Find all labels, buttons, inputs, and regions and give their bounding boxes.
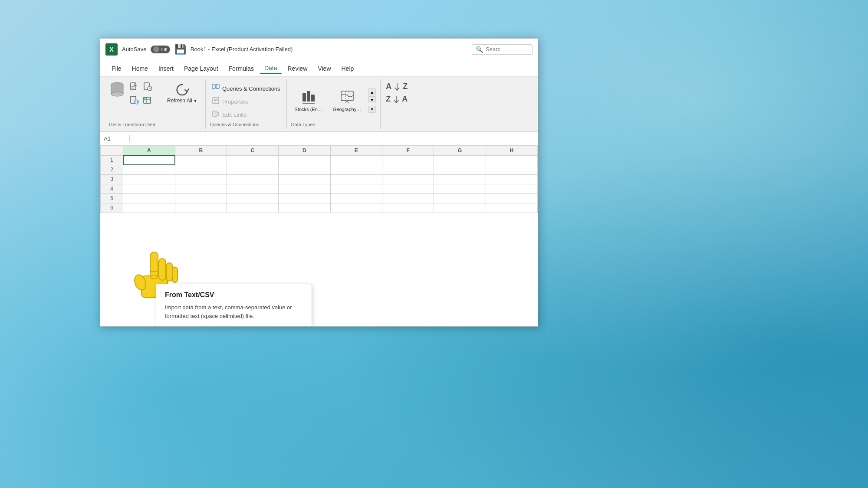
- menu-formulas[interactable]: Formulas: [224, 63, 258, 74]
- qc-icon: [212, 84, 220, 93]
- cell-a6[interactable]: [123, 203, 175, 213]
- geography-icon: [339, 89, 355, 105]
- menu-file[interactable]: File: [107, 63, 126, 74]
- expand-button[interactable]: ▼: [368, 106, 376, 113]
- cell-a3[interactable]: [123, 174, 175, 184]
- from-table-range-button[interactable]: [141, 95, 154, 107]
- cell-h1[interactable]: [486, 155, 537, 165]
- svg-rect-44: [172, 267, 178, 282]
- cell-g3[interactable]: [434, 174, 486, 184]
- search-input[interactable]: [486, 46, 525, 52]
- search-box[interactable]: 🔍: [472, 44, 533, 55]
- row-num-6: 6: [101, 203, 123, 213]
- queries-connections-button[interactable]: Queries & Connections: [210, 83, 282, 94]
- cell-d4[interactable]: [279, 184, 330, 193]
- save-button[interactable]: 💾: [174, 44, 186, 55]
- from-web-button[interactable]: [128, 95, 140, 107]
- cell-c1[interactable]: [227, 155, 278, 165]
- cell-f4[interactable]: [382, 184, 434, 193]
- menu-home[interactable]: Home: [128, 63, 152, 74]
- get-transform-icons: [109, 81, 155, 120]
- menu-help[interactable]: Help: [337, 63, 358, 74]
- small-icons-grid: [128, 81, 154, 107]
- cell-f1[interactable]: [382, 155, 434, 165]
- col-header-b[interactable]: B: [175, 146, 227, 156]
- cell-f3[interactable]: [382, 174, 434, 184]
- menu-page-layout[interactable]: Page Layout: [180, 63, 223, 74]
- cell-g1[interactable]: [434, 155, 486, 165]
- cell-e5[interactable]: [330, 193, 382, 203]
- col-header-c[interactable]: C: [227, 146, 278, 156]
- cell-h4[interactable]: [486, 184, 537, 193]
- data-types-group: Stocks (En… Geography…: [287, 79, 381, 129]
- menu-data[interactable]: Data: [260, 63, 282, 74]
- edit-links-button[interactable]: Edit Links: [210, 109, 282, 120]
- cell-b1[interactable]: [175, 155, 227, 165]
- cell-a5[interactable]: [123, 193, 175, 203]
- tooltip-description: Import data from a text, comma-separated…: [165, 303, 303, 320]
- col-header-g[interactable]: G: [434, 146, 486, 156]
- cell-c5[interactable]: [227, 193, 278, 203]
- cell-h3[interactable]: [486, 174, 537, 184]
- cell-d6[interactable]: [279, 203, 330, 213]
- from-text-csv-button[interactable]: [128, 81, 140, 93]
- cell-e1[interactable]: [330, 155, 382, 165]
- scroll-down-button[interactable]: ▼: [368, 96, 376, 103]
- cell-f5[interactable]: [382, 193, 434, 203]
- cell-e2[interactable]: [330, 165, 382, 174]
- scroll-up-button[interactable]: ▲: [368, 88, 376, 95]
- cell-d1[interactable]: [279, 155, 330, 165]
- menu-view[interactable]: View: [313, 63, 335, 74]
- cell-g2[interactable]: [434, 165, 486, 174]
- col-header-e[interactable]: E: [330, 146, 382, 156]
- cell-a4[interactable]: [123, 184, 175, 193]
- cell-a2[interactable]: [123, 165, 175, 174]
- cell-b6[interactable]: [175, 203, 227, 213]
- col-header-h[interactable]: H: [486, 146, 537, 156]
- recent-sources-button[interactable]: [141, 81, 154, 93]
- cell-e6[interactable]: [330, 203, 382, 213]
- cell-a1[interactable]: [123, 155, 175, 165]
- ribbon: Get & Transform Data Refresh All ▼: [100, 77, 538, 132]
- cell-b5[interactable]: [175, 193, 227, 203]
- refresh-icon: [175, 83, 189, 97]
- data-types-icons: Stocks (En… Geography…: [291, 81, 376, 120]
- cell-c6[interactable]: [227, 203, 278, 213]
- cell-e3[interactable]: [330, 174, 382, 184]
- properties-button[interactable]: Properties: [210, 96, 282, 107]
- cell-d3[interactable]: [279, 174, 330, 184]
- cell-f2[interactable]: [382, 165, 434, 174]
- cell-b4[interactable]: [175, 184, 227, 193]
- cell-c4[interactable]: [227, 184, 278, 193]
- cell-c2[interactable]: [227, 165, 278, 174]
- refresh-all-button[interactable]: Refresh All ▼: [164, 81, 201, 105]
- geography-button[interactable]: Geography…: [329, 88, 365, 114]
- cell-h2[interactable]: [486, 165, 537, 174]
- col-header-a[interactable]: A: [123, 146, 175, 156]
- autosave-toggle[interactable]: Off: [151, 46, 170, 53]
- col-header-f[interactable]: F: [382, 146, 434, 156]
- cell-f6[interactable]: [382, 203, 434, 213]
- cell-g5[interactable]: [434, 193, 486, 203]
- cell-h6[interactable]: [486, 203, 537, 213]
- corner-header: [101, 146, 123, 156]
- cell-c3[interactable]: [227, 174, 278, 184]
- sort-az-button[interactable]: A Z: [385, 81, 408, 92]
- menu-insert[interactable]: Insert: [154, 63, 178, 74]
- cell-b3[interactable]: [175, 174, 227, 184]
- stocks-button[interactable]: Stocks (En…: [291, 88, 326, 114]
- col-header-d[interactable]: D: [279, 146, 330, 156]
- edit-links-icon: [212, 110, 220, 119]
- cell-b2[interactable]: [175, 165, 227, 174]
- cell-h5[interactable]: [486, 193, 537, 203]
- cell-g6[interactable]: [434, 203, 486, 213]
- sort-group: A Z Z A: [381, 79, 413, 129]
- sort-za-button[interactable]: Z A: [385, 94, 408, 105]
- from-data-button[interactable]: [109, 81, 125, 100]
- cell-e4[interactable]: [330, 184, 382, 193]
- sort-icons: A Z Z A: [385, 81, 408, 105]
- cell-d2[interactable]: [279, 165, 330, 174]
- menu-review[interactable]: Review: [283, 63, 312, 74]
- cell-d5[interactable]: [279, 193, 330, 203]
- cell-g4[interactable]: [434, 184, 486, 193]
